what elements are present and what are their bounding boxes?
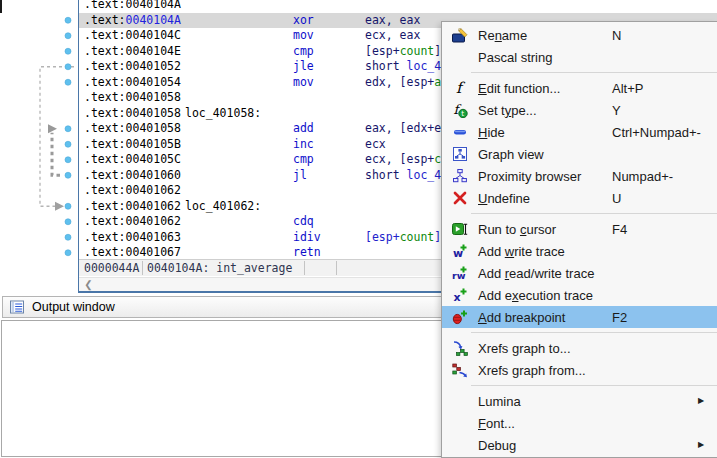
mnemonic: inc [293, 137, 314, 153]
menu-item-label: Edit function... [478, 81, 560, 96]
menu-item-graph-view[interactable]: Graph view [442, 143, 717, 165]
mnemonic: cmp [293, 44, 314, 60]
menu-item-label: Run to cursor [478, 222, 556, 237]
jump-arrows-graphic [0, 0, 78, 293]
menu-item-label: Add read/write trace [478, 266, 594, 281]
menu-item-add-breakpoint[interactable]: Add breakpointF2 [442, 306, 717, 328]
line-address: .text:0040104E [84, 44, 181, 60]
line-address: .text:00401058 [84, 121, 181, 137]
menu-item-add-exec-trace[interactable]: x Add execution trace [442, 284, 717, 306]
menu-item-label: Xrefs graph to... [478, 341, 571, 356]
menu-item-xrefs-graph-to[interactable]: Xrefs graph to... [442, 337, 717, 359]
menu-item-shortcut: Numpad+- [612, 169, 673, 184]
output-window-title: Output window [32, 300, 115, 314]
menu-item-hide[interactable]: HideCtrl+Numpad+- [442, 121, 717, 143]
context-menu: RenameNPascal stringfEdit function...Alt… [441, 21, 717, 458]
mnemonic: add [293, 121, 314, 137]
line-address: .text:0040104A [84, 13, 181, 29]
menu-separator [442, 381, 717, 390]
line-address: .text:00401062 [84, 214, 181, 230]
line-address: .text:00401058 [84, 106, 181, 122]
menu-item-undefine[interactable]: UndefineU [442, 187, 717, 209]
line-address: .text:00401062 [84, 183, 181, 199]
menu-item-shortcut: U [612, 191, 621, 206]
line-address: .text:00401062 [84, 199, 181, 215]
mnemonic: idiv [293, 230, 321, 246]
line-address: .text:0040105C [84, 152, 181, 168]
mnemonic: jle [293, 59, 314, 75]
add-exec-trace-icon: x [442, 287, 478, 303]
menu-item-label: Debug [478, 438, 516, 453]
hide-icon [442, 124, 478, 140]
svg-text:t: t [461, 109, 464, 118]
menu-item-label: Undefine [478, 191, 530, 206]
code-label: loc_401062: [185, 199, 261, 215]
status-file-offset: 0000044A [84, 260, 139, 276]
menu-separator [442, 68, 717, 77]
edit-function-icon: f [442, 80, 478, 96]
output-window-icon [9, 299, 25, 315]
add-write-trace-icon: w [442, 243, 478, 259]
menu-item-label: Add write trace [478, 244, 565, 259]
menu-icon-placeholder [442, 393, 478, 409]
menu-icon-placeholder [442, 437, 478, 453]
mnemonic: cdq [293, 214, 314, 230]
operands: eax, eax [365, 13, 420, 29]
mnemonic: mov [293, 75, 314, 91]
menu-item-add-rw-trace[interactable]: rw Add read/write trace [442, 262, 717, 284]
menu-item-shortcut: Y [612, 103, 621, 118]
add-rw-trace-icon: rw [442, 265, 478, 281]
menu-item-xrefs-graph-from[interactable]: Xrefs graph from... [442, 359, 717, 381]
menu-item-debug[interactable]: Debug▶ [442, 434, 717, 456]
disassembly-line[interactable]: .text:0040104A [79, 0, 717, 13]
menu-item-proximity-browser[interactable]: Proximity browserNumpad+- [442, 165, 717, 187]
operands: [esp+count] [365, 230, 441, 246]
line-address: .text:00401052 [84, 59, 181, 75]
menu-item-label: Proximity browser [478, 169, 581, 184]
menu-item-add-write-trace[interactable]: w Add write trace [442, 240, 717, 262]
mnemonic: cmp [293, 152, 314, 168]
menu-item-rename[interactable]: RenameN [442, 24, 717, 46]
line-address: .text:0040104A [84, 0, 181, 13]
menu-item-pascal-string[interactable]: Pascal string [442, 46, 717, 68]
submenu-arrow-icon: ▶ [698, 440, 704, 449]
xrefs-graph-from-icon [442, 362, 478, 378]
menu-item-label: Add breakpoint [478, 310, 565, 325]
run-to-cursor-icon [442, 221, 478, 237]
add-breakpoint-icon [442, 309, 478, 325]
line-address: .text:00401060 [84, 168, 181, 184]
status-address-function: 0040104A: int_average [147, 260, 292, 276]
menu-item-shortcut: Alt+P [612, 81, 643, 96]
operands: ecx, eax [365, 28, 420, 44]
menu-item-label: Pascal string [478, 50, 552, 65]
menu-item-shortcut: Ctrl+Numpad+- [612, 125, 701, 140]
menu-item-lumina[interactable]: Lumina▶ [442, 390, 717, 412]
menu-item-label: Graph view [478, 147, 544, 162]
line-address: .text:00401054 [84, 75, 181, 91]
menu-item-shortcut: F4 [612, 222, 627, 237]
scroll-left-icon[interactable]: ❮ [81, 278, 96, 291]
disassembly-gutter [0, 0, 78, 293]
proximity-browser-icon [442, 168, 478, 184]
menu-item-label: Font... [478, 416, 515, 431]
mnemonic: mov [293, 28, 314, 44]
menu-item-label: Add execution trace [478, 288, 593, 303]
line-address: .text:00401063 [84, 230, 181, 246]
graph-view-icon [442, 146, 478, 162]
svg-text:w: w [453, 247, 463, 259]
menu-item-set-type[interactable]: f tSet type...Y [442, 99, 717, 121]
line-address: .text:0040105B [84, 137, 181, 153]
submenu-arrow-icon: ▶ [698, 396, 704, 405]
mnemonic: jl [293, 168, 307, 184]
svg-text:x: x [454, 291, 461, 303]
menu-item-shortcut: N [612, 28, 621, 43]
mnemonic: xor [293, 13, 314, 29]
menu-separator [442, 209, 717, 218]
menu-item-label: Hide [478, 125, 505, 140]
set-type-icon: f t [442, 102, 478, 118]
menu-item-font[interactable]: Font... [442, 412, 717, 434]
menu-item-edit-function[interactable]: fEdit function...Alt+P [442, 77, 717, 99]
menu-item-run-to-cursor[interactable]: Run to cursorF4 [442, 218, 717, 240]
menu-item-label: Xrefs graph from... [478, 363, 586, 378]
menu-item-label: Set type... [478, 103, 537, 118]
